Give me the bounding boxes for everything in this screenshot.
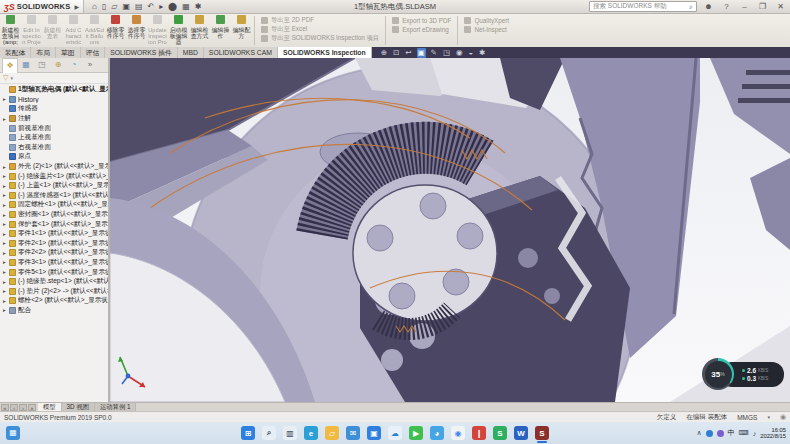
tree-item[interactable]: ▸ 外壳 (2)<1> (默认<<默认>_显示状态: [0, 162, 108, 172]
select-cursor-icon[interactable]: ▸: [159, 2, 163, 11]
file-properties-icon[interactable]: ▦: [182, 2, 190, 11]
ribbon-tab[interactable]: 评估: [81, 47, 106, 58]
doctab-last-button[interactable]: »: [28, 404, 36, 411]
tree-item[interactable]: ▸ 零件2<2> (默认<<默认>_显示状态: [0, 248, 108, 258]
store-icon[interactable]: ▣: [367, 426, 381, 440]
tab-overflow[interactable]: »: [82, 58, 98, 72]
update-inspection-project-button[interactable]: Update Inspection Project: [147, 14, 168, 47]
search-button[interactable]: ⌕: [262, 426, 276, 440]
ribbon-tab[interactable]: SOLIDWORKS Inspection: [278, 47, 372, 58]
export-menu-item[interactable]: 导出至 SOLIDWORKS Inspection 项目: [261, 34, 379, 43]
doctab-prev-button[interactable]: ‹: [10, 404, 18, 411]
solidworks-taskbar-icon[interactable]: S: [535, 426, 549, 440]
clock[interactable]: 16:05 2022/8/15: [760, 427, 786, 440]
zoom-fit-icon[interactable]: ⊕: [380, 48, 388, 58]
launch-template-editor-button[interactable]: 启动模板编辑器: [168, 14, 189, 47]
search-icon[interactable]: ⌕: [689, 3, 693, 11]
help-button[interactable]: ?: [720, 2, 733, 11]
dictionary-icon[interactable]: ❙: [472, 426, 486, 440]
ribbon-tab[interactable]: 装配体: [0, 47, 31, 58]
search-input[interactable]: 搜索 SOLIDWORKS 帮助 ⌕: [589, 1, 697, 12]
login-icon[interactable]: ☻: [702, 2, 715, 11]
section-view-icon[interactable]: ▣: [417, 48, 426, 58]
word-icon[interactable]: W: [514, 426, 528, 440]
save-icon[interactable]: ▣: [122, 2, 130, 11]
previous-view-icon[interactable]: ↩: [404, 48, 412, 58]
tree-item[interactable]: ▸ 保护套<1> (默认<<默认>_显示状态: [0, 219, 108, 229]
task-view-button[interactable]: ▥: [283, 426, 297, 440]
home-icon[interactable]: ⌂: [92, 2, 97, 11]
display-style-icon[interactable]: ◉: [455, 48, 464, 58]
add-characteristic-button[interactable]: Add Characteristic: [63, 14, 84, 47]
tab-dimxpertmanager[interactable]: ⊕: [50, 58, 66, 72]
tree-item[interactable]: ▸ 密封圈<1> (默认<<默认>_显示状态: [0, 210, 108, 220]
edit-recipe-button[interactable]: 编辑配方: [231, 14, 252, 47]
edit-operation-button[interactable]: 编辑操作: [210, 14, 231, 47]
document-tab[interactable]: 3D 视图: [62, 403, 95, 411]
chrome-icon[interactable]: ◉: [451, 426, 465, 440]
volume-icon[interactable]: ♪: [753, 430, 757, 437]
add-edit-balloons-button[interactable]: Add/Edit Balloons: [84, 14, 105, 47]
new-inspection-project-button[interactable]: 新建检查项目 (amp;N): [0, 14, 21, 47]
browser-360-icon[interactable]: ◕: [430, 426, 444, 440]
appearance-icon[interactable]: ✱: [478, 48, 486, 58]
tree-item[interactable]: ▸ 零件5<1> (默认<<默认>_显示状态: [0, 267, 108, 277]
ribbon-tab[interactable]: 草图: [56, 47, 81, 58]
tree-item[interactable]: ▸ (-) 绝缘垫.step<1> (默认<<默认>: [0, 277, 108, 287]
options-icon[interactable]: ✱: [195, 2, 202, 11]
document-tab[interactable]: 运动算例 1: [95, 403, 136, 411]
tree-item[interactable]: ▸ (-) 温度传感器<1> (默认<<默认>_显: [0, 191, 108, 201]
onedrive-icon[interactable]: ☁: [388, 426, 402, 440]
unit-system[interactable]: MMGS: [737, 414, 757, 421]
tree-item[interactable]: ▸ (-) 绝缘盖片<1> (默认<<默认>_显示: [0, 171, 108, 181]
touch-keyboard-icon[interactable]: ⌨: [739, 429, 749, 437]
ribbon-tab[interactable]: SOLIDWORKS 插件: [105, 47, 178, 58]
tree-item[interactable]: 传感器: [0, 104, 108, 114]
solidworks-menu[interactable]: ʒS SOLIDWORKS ▶: [0, 0, 84, 13]
filter-caret-icon[interactable]: ▾: [10, 75, 13, 81]
ime-language-indicator[interactable]: 中: [728, 428, 735, 438]
new-inspection-sheet-button[interactable]: 新建检查表: [42, 14, 63, 47]
ribbon-tab[interactable]: 布局: [31, 47, 56, 58]
undo-icon[interactable]: ↶: [148, 2, 155, 11]
quality-menu-item[interactable]: QualityXpert: [464, 16, 509, 25]
tray-app-purple-icon[interactable]: [717, 430, 724, 437]
iqiyi-icon[interactable]: ▶: [409, 426, 423, 440]
tree-item[interactable]: ▸ 配合: [0, 306, 108, 316]
tree-item[interactable]: ▸ (-) 垫片 (2)<2> -> (默认<<默认>: [0, 286, 108, 296]
widgets-icon[interactable]: ▦: [6, 426, 20, 440]
doctab-next-button[interactable]: ›: [19, 404, 27, 411]
tree-item[interactable]: 右视基准面: [0, 143, 108, 153]
select-balloons-button[interactable]: 选择零件序号: [126, 14, 147, 47]
edit-inspection-project-button[interactable]: Edit Inspection Project: [21, 14, 42, 47]
tab-propertymanager[interactable]: ▦: [18, 58, 34, 72]
status-globe-icon[interactable]: ◉: [780, 413, 786, 421]
tree-item[interactable]: ▸ 螺栓<2> (默认<<默认>_显示状态: [0, 296, 108, 306]
usage-ring-icon[interactable]: 35%: [702, 358, 734, 390]
zoom-area-icon[interactable]: ⊡: [392, 48, 400, 58]
tray-app-blue-icon[interactable]: [706, 430, 713, 437]
open-icon[interactable]: ▱: [111, 2, 117, 11]
tab-featuremanager[interactable]: ❖: [2, 58, 18, 73]
remove-balloons-button[interactable]: 移除零件序号: [105, 14, 126, 47]
quality-menu-item[interactable]: Net-Inspect: [464, 25, 509, 34]
restore-button[interactable]: ❐: [756, 2, 769, 11]
tree-item[interactable]: 上视基准面: [0, 133, 108, 143]
tree-item[interactable]: 1型轴瓦热电偶 (默认<默认_显示状态-1>): [0, 85, 108, 95]
export-menu-item[interactable]: 导出至 2D PDF: [261, 16, 379, 25]
tree-filter[interactable]: ▽ ▾: [0, 73, 108, 84]
sketch-icon[interactable]: ✎: [430, 48, 438, 58]
edit-inspection-method-button[interactable]: 编辑检查方式: [189, 14, 210, 47]
ribbon-tab[interactable]: MBD: [178, 47, 204, 58]
tree-item[interactable]: 原点: [0, 152, 108, 162]
unit-caret-icon[interactable]: ▾: [767, 414, 770, 420]
tree-item[interactable]: ▸ 零件2<1> (默认<<默认>_显示状态: [0, 239, 108, 249]
system-monitor-badge[interactable]: 2.6 KB/S 0.3 KB/S 35%: [702, 358, 788, 390]
edge-icon[interactable]: e: [304, 426, 318, 440]
mail-icon[interactable]: ✉: [346, 426, 360, 440]
graphics-viewport[interactable]: 2.6 KB/S 0.3 KB/S 35%: [110, 58, 790, 402]
minimize-button[interactable]: –: [738, 2, 751, 11]
hide-show-items-icon[interactable]: ◒: [468, 48, 475, 58]
export-menu-item[interactable]: 导出至 Excel: [261, 25, 379, 34]
rebuild-icon[interactable]: ⬤: [168, 2, 177, 11]
